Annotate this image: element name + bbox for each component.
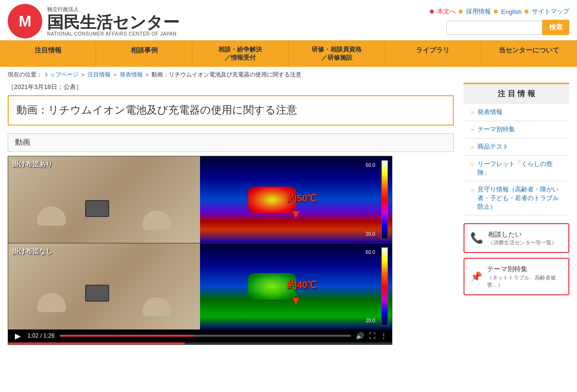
sidebar-link-1: ＞ 発表情報 xyxy=(464,104,569,121)
nav-item-training[interactable]: 研修・相談員資格／研修施設 xyxy=(289,41,385,67)
video-cell-top-right: 60.0 20.0 約50℃ ▼ xyxy=(200,156,392,243)
article-date: ［2021年3月18日：公表］ xyxy=(8,83,454,91)
video-cell-bottom-left: 掛け布団なし xyxy=(8,243,200,329)
sidebar-link-1-label: 発表情報 xyxy=(477,108,502,116)
phone-device-top xyxy=(85,200,109,217)
logo-main-jp: 独立行政法人 xyxy=(47,6,179,13)
section-video-header: 動画 xyxy=(8,133,454,152)
sitemap-dot xyxy=(525,10,528,13)
time-display: 1:02 / 1:26 xyxy=(27,332,55,339)
nav-item-attention[interactable]: 注目情報 xyxy=(0,41,96,67)
color-bar-bottom: 60.0 20.0 xyxy=(381,247,388,326)
hand-left-bottom xyxy=(37,293,66,312)
breadcrumb-attention[interactable]: 注目情報 xyxy=(88,71,111,78)
motobun-link-area: 本文へ xyxy=(430,7,456,16)
sidebar-link-2-anchor[interactable]: ＞ テーマ別特集 xyxy=(469,125,564,134)
sidebar-link-5: ＞ 見守り情報（高齢者・障がい者・子ども・若者のトラブル防止） xyxy=(464,181,569,215)
video-cell-bottom-right: 60.0 20.0 約40℃ ▼ xyxy=(200,243,392,329)
logo-area: M 独立行政法人 国民生活センター NATIONAL CONSUMER AFFA… xyxy=(8,4,179,38)
sidebar-title: 注 目 情 報 xyxy=(464,83,569,104)
cta-consult-text-area: 相談したい （消費生活センター等一覧） xyxy=(488,230,557,247)
color-bar-top: 60.0 20.0 xyxy=(381,160,388,239)
arrow-icon-5: ＞ xyxy=(469,186,476,194)
breadcrumb-top[interactable]: トップページ xyxy=(44,71,78,78)
video-controls: ▶ 1:02 / 1:26 🔊 ⛶ ⋮ xyxy=(8,329,392,342)
sitemap-link-area: サイトマップ xyxy=(525,7,569,16)
sidebar-link-1-anchor[interactable]: ＞ 発表情報 xyxy=(469,108,564,117)
sidebar-link-2: ＞ テーマ別特集 xyxy=(464,121,569,139)
temp-label-bottom: 約40℃ xyxy=(287,278,316,291)
recruit-link-area: 採用情報 xyxy=(459,7,491,16)
video-timeline-fill xyxy=(8,342,185,344)
color-bar-top-label: 60.0 xyxy=(366,163,375,168)
color-bar-bottom-label: 20.0 xyxy=(366,231,375,237)
top-nav-links: 本文へ 採用情報 English サイトマップ xyxy=(430,7,569,16)
search-wrapper: 🔍 xyxy=(446,21,542,35)
logo-text-area: 独立行政法人 国民生活センター NATIONAL CONSUMER AFFAIR… xyxy=(47,6,179,37)
temp-label-top: 約50℃ xyxy=(287,191,316,204)
nav-item-cases[interactable]: 相談事例 xyxy=(96,41,192,67)
video-content: 掛け布団あり 60.0 20.0 約50℃ ▼ 掛け xyxy=(8,156,392,329)
arrow-icon-3: ＞ xyxy=(469,143,476,152)
nav-item-about[interactable]: 当センターについて xyxy=(481,41,577,67)
breadcrumb-current: 動画：リチウムイオン電池及び充電器の使用に関する注意 xyxy=(151,71,301,78)
sidebar: 注 目 情 報 ＞ 発表情報 ＞ テーマ別特集 ＞ 商品テスト ＞ リーフレット… xyxy=(464,83,569,345)
video-cell-top-left: 掛け布団あり xyxy=(8,156,200,243)
english-link-area: English xyxy=(494,8,522,15)
pin-icon: 📌 xyxy=(470,271,482,282)
search-button[interactable]: 検索 xyxy=(542,20,569,35)
search-area: 🔍 検索 xyxy=(446,20,569,35)
video-label-bottom-left: 掛け布団なし xyxy=(12,247,52,256)
sidebar-link-4-label: リーフレット「くらしの危険」 xyxy=(477,160,564,177)
logo-name-jp: 国民生活センター xyxy=(47,13,179,31)
sidebar-cta-theme[interactable]: 📌 テーマ別特集 （ネットトラブル、高齢者被害…） xyxy=(464,258,569,295)
volume-icon[interactable]: 🔊 xyxy=(356,332,364,340)
more-icon[interactable]: ⋮ xyxy=(380,332,387,340)
search-input[interactable] xyxy=(446,21,542,35)
header: M 独立行政法人 国民生活センター NATIONAL CONSUMER AFFA… xyxy=(0,0,577,40)
arrow-icon-1: ＞ xyxy=(469,108,476,117)
nav-item-library[interactable]: ライブラリ xyxy=(385,41,481,67)
recruit-dot xyxy=(459,10,463,13)
color-bar-bottom-top-label: 60.0 xyxy=(366,250,375,255)
sidebar-link-5-label: 見守り情報（高齢者・障がい者・子ども・若者のトラブル防止） xyxy=(477,185,564,211)
cta-theme-label: テーマ別特集 xyxy=(487,265,563,274)
recruit-link[interactable]: 採用情報 xyxy=(466,7,491,16)
video-label-top-left: 掛け布団あり xyxy=(12,160,52,169)
nav-item-consultation[interactable]: 相談・紛争解決／情報受付 xyxy=(192,41,288,67)
main-content: ［2021年3月18日：公表］ 動画：リチウムイオン電池及び充電器の使用に関する… xyxy=(8,83,464,345)
article-title: 動画：リチウムイオン電池及び充電器の使用に関する注意 xyxy=(8,95,454,126)
sidebar-cta-consult[interactable]: 📞 相談したい （消費生活センター等一覧） xyxy=(464,223,569,253)
main-nav: 注目情報 相談事例 相談・紛争解決／情報受付 研修・相談員資格／研修施設 ライブ… xyxy=(0,40,577,67)
arrow-icon-4: ＞ xyxy=(469,160,476,169)
content-wrapper: ［2021年3月18日：公表］ 動画：リチウムイオン電池及び充電器の使用に関する… xyxy=(0,83,577,345)
progress-fill xyxy=(60,335,194,337)
breadcrumb-label: 現在の位置： xyxy=(8,71,42,78)
sidebar-link-5-anchor[interactable]: ＞ 見守り情報（高齢者・障がい者・子ども・若者のトラブル防止） xyxy=(469,185,564,211)
cta-theme-text-area: テーマ別特集 （ネットトラブル、高齢者被害…） xyxy=(487,265,563,289)
logo-circle-text: M xyxy=(19,13,32,30)
sidebar-link-4: ＞ リーフレット「くらしの危険」 xyxy=(464,156,569,181)
english-link[interactable]: English xyxy=(501,8,522,15)
motobun-link[interactable]: 本文へ xyxy=(437,7,456,16)
sidebar-link-3-label: 商品テスト xyxy=(477,142,509,151)
logo-circle: M xyxy=(8,4,42,38)
cta-consult-label: 相談したい xyxy=(488,230,557,240)
sitemap-link[interactable]: サイトマップ xyxy=(532,7,569,16)
sidebar-link-4-anchor[interactable]: ＞ リーフレット「くらしの危険」 xyxy=(469,160,564,177)
cta-consult-sub: （消費生活センター等一覧） xyxy=(488,239,557,246)
motobun-dot xyxy=(430,10,434,13)
video-timeline[interactable] xyxy=(8,342,392,344)
arrow-icon-2: ＞ xyxy=(469,126,476,134)
progress-bar[interactable] xyxy=(60,335,351,337)
play-button[interactable]: ▶ xyxy=(13,331,23,341)
hand-left-top xyxy=(37,206,66,226)
logo-name-en: NATIONAL CONSUMER AFFAIRS CENTER OF JAPA… xyxy=(47,31,179,37)
hand-right-top xyxy=(142,211,171,230)
fullscreen-icon[interactable]: ⛶ xyxy=(369,332,376,340)
breadcrumb-release[interactable]: 発表情報 xyxy=(120,71,143,78)
cta-theme-sub: （ネットトラブル、高齢者被害…） xyxy=(487,274,563,289)
breadcrumb: 現在の位置： トップページ ＞ 注目情報 ＞ 発表情報 ＞ 動画：リチウムイオン… xyxy=(0,67,577,83)
video-player: 掛け布団あり 60.0 20.0 約50℃ ▼ 掛け xyxy=(8,156,392,345)
sidebar-link-3-anchor[interactable]: ＞ 商品テスト xyxy=(469,142,564,152)
